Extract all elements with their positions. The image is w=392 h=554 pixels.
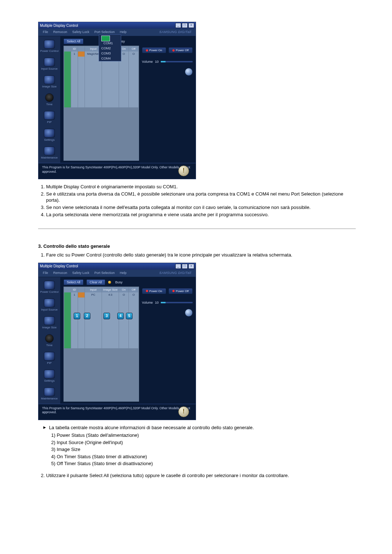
col-pwr [78,287,85,292]
menu-file[interactable]: File [41,29,50,36]
table-row[interactable] [64,338,138,343]
mdc-window-2: Multiple Display Control _ □ × File Remo… [38,263,196,420]
image-icon [44,75,55,84]
col-id: ID [71,287,78,292]
sidebar-item-input[interactable]: Input Source [38,56,60,74]
menubar: File Remocon Safety Lock Port Selection … [38,270,196,277]
select-all-button[interactable]: Select All [64,279,83,285]
close-button[interactable]: × [188,264,194,269]
sidebar-item-image[interactable]: Image Size [38,315,60,333]
table-row[interactable] [64,303,138,308]
tool-icon [44,387,55,396]
busy-led-icon [108,281,111,284]
col-image-size: Image Size [102,287,119,292]
sidebar-item-image[interactable]: Image Size [38,74,60,92]
maximize-button[interactable]: □ [182,264,188,269]
table-row[interactable] [64,87,138,92]
minimize-button[interactable]: _ [175,23,181,28]
badge-1: 1 [74,313,80,319]
section1-list: Multiple Display Control è originariamen… [38,184,356,218]
menu-remocon[interactable]: Remocon [51,270,70,277]
table-row[interactable] [64,92,138,97]
sidebar-item-settings[interactable]: Settings [38,127,60,145]
busy-label: Busy [115,280,123,284]
power-off-button[interactable]: Power Off [168,288,193,294]
sidebar-item-power[interactable]: Power Control [38,38,60,56]
col-pwr [78,46,85,52]
footer-note: This Program is for Samsung SyncMaster 4… [38,404,196,420]
menu-file[interactable]: File [41,270,50,277]
sidebar-item-power[interactable]: Power Control [38,279,60,297]
input-icon [44,299,55,307]
table-row[interactable] [64,62,138,67]
port-com2[interactable]: COM2 [99,46,121,51]
port-com4[interactable]: COM4 [99,56,121,61]
table-row[interactable] [64,97,138,102]
volume-slider[interactable] [161,302,193,303]
port-com3[interactable]: COM3 [99,51,121,56]
table-row[interactable] [64,343,138,348]
col-input: Input [85,287,102,292]
gear-icon [44,370,55,378]
mute-button[interactable] [185,309,193,317]
table-row[interactable] [64,77,138,82]
menu-safety-lock[interactable]: Safety Lock [70,29,91,36]
titlebar: Multiple Display Control _ □ × [38,263,196,270]
minimize-button[interactable]: _ [175,264,181,269]
table-row[interactable]: 1 PC 4:3 O O [64,292,138,297]
window-title: Multiple Display Control [40,264,78,268]
display-table: ID Input Image Size On Timer Off Timer [64,46,139,161]
table-row[interactable] [64,308,138,313]
sidebar-item-maintenance[interactable]: Maintenance [38,145,60,163]
mdc-window-1: Multiple Display Control _ □ × File Remo… [38,22,196,179]
table-row[interactable] [64,102,138,107]
power-on-button[interactable]: Power On [142,47,166,53]
badge-3: 3 [103,313,110,319]
menu-port-selection[interactable]: Port Selection [92,270,117,277]
pip-icon [44,111,55,120]
alert-icon: ! [178,165,189,176]
table-row[interactable] [64,82,138,87]
power-on-button[interactable]: Power On [142,288,166,294]
sidebar-item-maintenance[interactable]: Maintenance [38,386,60,404]
list-item: Se è utilizzata una porta diversa da COM… [46,191,356,204]
table-row[interactable] [64,297,138,303]
close-button[interactable]: × [188,23,194,28]
arrow-icon: ► [42,424,47,431]
col-id: ID [71,46,78,52]
mute-button[interactable] [185,68,193,76]
col-chk [64,46,71,52]
power-off-button[interactable]: Power Off [168,47,193,53]
menu-safety-lock[interactable]: Safety Lock [70,270,91,277]
sidebar-item-pip[interactable]: PIP [38,110,60,127]
clear-all-button[interactable]: Clear All [86,279,105,285]
sidebar-item-time[interactable]: Time [38,333,60,350]
volume-label: Volume [142,60,153,63]
table-row[interactable] [64,72,138,77]
table-row[interactable] [64,67,138,72]
sidebar-item-pip[interactable]: PIP [38,350,60,368]
sidebar-item-input[interactable]: Input Source [38,297,60,315]
power-icon [44,281,55,290]
sidebar-item-settings[interactable]: Settings [38,368,60,386]
maximize-button[interactable]: □ [182,23,188,28]
table-row[interactable] [64,328,138,333]
brand-label: SAMSUNG DIGITall [157,29,193,36]
port-com1[interactable]: COM1 [99,35,121,46]
alert-icon: ! [178,406,189,417]
legend-list: 1) Power Status (Stato dell'alimentazion… [51,432,356,467]
titlebar: Multiple Display Control _ □ × [38,22,196,29]
table-row[interactable] [64,323,138,328]
volume-slider[interactable] [161,61,193,62]
volume-value: 10 [155,60,159,63]
menu-help[interactable]: Help [118,270,129,277]
menu-remocon[interactable]: Remocon [51,29,70,36]
table-row[interactable] [64,333,138,338]
legend-item: 1) Power Status (Stato dell'alimentazion… [51,432,356,439]
display-table: ID Input Image Size On Timer Off Timer [64,287,139,402]
list-item: Fare clic su Power Control (controllo de… [46,252,356,258]
col-chk [64,287,71,292]
sidebar-item-time[interactable]: Time [38,92,60,110]
select-all-button[interactable]: Select All [64,38,83,44]
section3-list-2: Utilizzare il pulsante Select All (selez… [38,472,356,479]
